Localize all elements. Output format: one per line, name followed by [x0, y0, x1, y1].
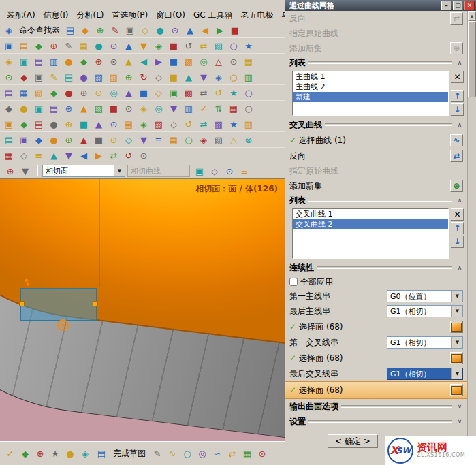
toolbar-icon[interactable]: ⊙	[121, 101, 136, 115]
toolbar-icon[interactable]: ▲	[121, 54, 136, 68]
toolbar-icon[interactable]: ✎	[61, 39, 76, 52]
move-down-button[interactable]: ↓	[451, 103, 464, 116]
toolbar-icon[interactable]: ⊙	[168, 23, 183, 37]
toolbar-icon[interactable]: ○	[181, 133, 196, 146]
toolbar-icon[interactable]: ●	[91, 39, 106, 52]
toolbar-icon[interactable]: ✓	[3, 447, 18, 460]
toolbar-icon[interactable]: ◎	[106, 86, 121, 99]
toolbar-icon[interactable]: ■	[166, 70, 181, 84]
toolbar-icon[interactable]: ◈	[78, 447, 93, 460]
toolbar-icon[interactable]: ⊕	[121, 70, 136, 84]
toolbar-icon[interactable]: ◇	[207, 164, 222, 178]
ok-button[interactable]: < 确定 >	[328, 434, 378, 448]
toolbar-icon[interactable]: ▧	[151, 117, 166, 131]
toolbar-icon[interactable]: ∿	[165, 447, 180, 460]
expand-chevron-icon[interactable]: ∨	[455, 403, 464, 410]
toolbar-icon[interactable]: ✓	[196, 101, 211, 115]
toolbar-icon[interactable]: ◇	[16, 148, 31, 162]
toolbar-icon[interactable]: ▧	[91, 101, 106, 115]
chevron-down-icon[interactable]: ▼	[451, 291, 462, 302]
toolbar-icon[interactable]: ▣	[1, 39, 16, 52]
toolbar-icon[interactable]: ≈	[210, 447, 225, 460]
toolbar-icon[interactable]: ◆	[16, 117, 31, 131]
last-cross-continuity-dropdown[interactable]: G1（相切） ▼	[387, 368, 463, 380]
toolbar-icon[interactable]: ○	[226, 70, 241, 84]
toolbar-icon[interactable]: ⊙	[106, 117, 121, 131]
minimize-button[interactable]: –	[441, 1, 451, 10]
toolbar-icon[interactable]: ⊙	[222, 164, 237, 178]
toolbar-icon[interactable]: ⊕	[61, 117, 76, 131]
toolbar-icon[interactable]: ◆	[31, 39, 46, 52]
collapse-chevron-icon[interactable]: ∧	[455, 121, 464, 128]
toolbar-icon[interactable]: △	[211, 54, 226, 68]
toolbar-icon[interactable]: ⊙	[91, 86, 106, 99]
toolbar-icon[interactable]: ◎	[151, 101, 166, 115]
toolbar-icon[interactable]: ▦	[1, 148, 16, 162]
toolbar-icon[interactable]: ●	[76, 70, 91, 84]
toolbar-icon[interactable]: ▤	[46, 101, 61, 115]
reverse-direction-icon[interactable]: ⇄	[450, 150, 463, 162]
toolbar-icon[interactable]: ●	[46, 133, 61, 146]
select-face-icon[interactable]	[450, 352, 463, 364]
toolbar-icon[interactable]: ◈	[196, 133, 211, 146]
toolbar-icon[interactable]: ▥	[241, 70, 256, 84]
toolbar-icon[interactable]: ▤	[1, 133, 16, 146]
toolbar-icon[interactable]: ▼	[61, 148, 76, 162]
toolbar-icon[interactable]: ⇅	[211, 101, 226, 115]
expand-chevron-icon[interactable]: ∨	[455, 418, 464, 425]
toolbar-icon[interactable]: ▲	[121, 86, 136, 99]
toolbar-icon[interactable]: ▦	[76, 39, 91, 52]
toolbar-icon[interactable]: ▧	[31, 86, 46, 99]
toolbar-icon[interactable]: ◇	[138, 23, 153, 37]
toolbar-icon[interactable]: ■	[106, 101, 121, 115]
toolbar-icon[interactable]: ⊕	[76, 86, 91, 99]
menu-item[interactable]: 信息(I)	[39, 10, 73, 21]
toolbar-icon[interactable]: ↻	[136, 70, 151, 84]
toolbar-icon[interactable]: ▥	[241, 117, 256, 131]
toolbar-icon[interactable]: ▦	[240, 447, 255, 460]
list-item[interactable]: 主曲线 2	[293, 82, 448, 92]
menu-item[interactable]: 分析(L)	[72, 10, 108, 21]
viewport[interactable]: ↑ 相切面：面 / 体(126)	[0, 179, 285, 441]
selection-handle[interactable]	[93, 301, 98, 306]
list-item[interactable]: 交叉曲线 1	[293, 209, 448, 219]
toolbar-icon[interactable]: ▥	[46, 54, 61, 68]
toolbar-icon[interactable]: ▦	[166, 133, 181, 146]
maximize-button[interactable]: ▢	[453, 1, 463, 10]
toolbar-icon[interactable]: ■	[136, 86, 151, 99]
toolbar-icon[interactable]: ≡	[31, 148, 46, 162]
list-item[interactable]: 交叉曲线 2	[293, 219, 448, 229]
command-finder-icon[interactable]: ◈	[1, 23, 16, 37]
toolbar-icon[interactable]: ■	[227, 23, 242, 37]
toolbar-icon[interactable]: ⊕	[3, 164, 18, 178]
select-curve-icon[interactable]: ∿	[450, 134, 463, 146]
move-up-button[interactable]: ↑	[451, 90, 464, 102]
toolbar-icon[interactable]: ○	[180, 447, 195, 460]
menu-item[interactable]: 老五电极	[236, 10, 277, 21]
toolbar-icon[interactable]: ◇	[166, 117, 181, 131]
toolbar-icon[interactable]: ▲	[181, 70, 196, 84]
remove-item-button[interactable]: ✕	[451, 208, 464, 221]
toolbar-icon[interactable]: ◆	[16, 70, 31, 84]
toolbar-icon[interactable]: ⊗	[241, 133, 256, 146]
toolbar-icon[interactable]: ↺	[181, 117, 196, 131]
menu-item[interactable]: GC 工具箱	[189, 10, 237, 21]
list-item[interactable]: 新建	[293, 92, 448, 102]
selection-handle[interactable]	[19, 301, 25, 306]
toolbar-icon[interactable]: ○	[226, 39, 241, 52]
toolbar-icon[interactable]: ◈	[151, 39, 166, 52]
collapse-chevron-icon[interactable]: ∧	[455, 197, 464, 204]
toolbar-icon[interactable]: ●	[153, 23, 168, 37]
toolbar-icon[interactable]: ■	[76, 117, 91, 131]
toolbar-icon[interactable]: ▧	[211, 133, 226, 146]
toolbar-icon[interactable]: ✎	[46, 70, 61, 84]
dialog-scrollbar[interactable]: ▲ ▼	[467, 11, 476, 465]
toolbar-icon[interactable]: ▣	[16, 133, 31, 146]
collapse-chevron-icon[interactable]: ∧	[455, 59, 464, 66]
toolbar-icon[interactable]: ⊙	[226, 54, 241, 68]
toolbar-icon[interactable]: ▦	[121, 117, 136, 131]
last-primary-continuity-dropdown[interactable]: G1（相切） ▼	[387, 305, 463, 317]
toolbar-icon[interactable]: ▼	[18, 164, 33, 178]
remove-item-button[interactable]: ✕	[451, 71, 464, 83]
scrollbar-track[interactable]	[468, 97, 476, 455]
